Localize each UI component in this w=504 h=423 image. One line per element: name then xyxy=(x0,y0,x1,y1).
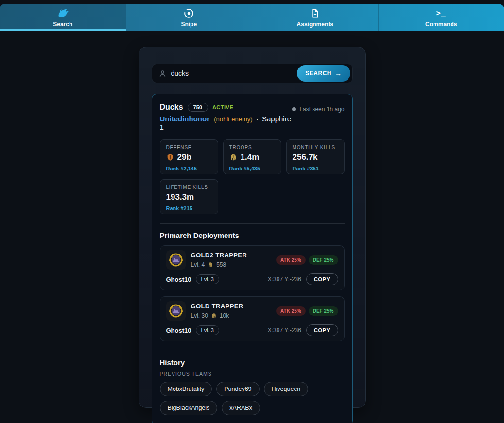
status-dot-icon xyxy=(292,107,296,111)
primarch-troops: 10k xyxy=(220,312,229,319)
primarch-level: Lvl. 4 xyxy=(191,261,205,268)
coordinates: X:397 Y:-236 xyxy=(268,327,301,334)
copy-button[interactable]: COPY xyxy=(306,324,338,336)
stat-card-defense: DEFENSE 29b Rank #2,145 xyxy=(160,139,218,174)
copy-button[interactable]: COPY xyxy=(306,273,338,285)
stat-rank: Rank #215 xyxy=(166,205,212,211)
deployment-card: GOLD2 TRAPPER Lvl. 4 558 ATK 25% DEF 25%… xyxy=(160,245,345,290)
helmet-icon xyxy=(211,313,217,319)
primarch-name: GOLD2 TRAPPER xyxy=(191,252,247,259)
player-name: Unitedinhonor xyxy=(160,115,209,123)
primarch-emblem-icon xyxy=(166,301,186,321)
player-result-card: Ducks 750 ACTIVE Unitedinhonor (nohit en… xyxy=(152,94,353,423)
team-name: Ducks xyxy=(160,103,183,112)
deployments-title: Primarch Deployments xyxy=(160,231,345,239)
tab-search[interactable]: Search xyxy=(0,4,126,31)
stat-card-monthly-kills: MONTHLY KILLS 256.7k Rank #351 xyxy=(286,139,345,174)
stat-rank: Rank #5,435 xyxy=(229,166,275,171)
atk-badge: ATK 25% xyxy=(276,306,306,316)
stat-value: 193.3m xyxy=(166,192,194,202)
previous-teams-label: PREVIOUS TEAMS xyxy=(160,371,345,377)
stat-card-troops: TROOPS 1.4m Rank #5,435 xyxy=(223,139,281,174)
stats-grid: DEFENSE 29b Rank #2,145 TROOPS 1.4m xyxy=(160,139,345,214)
search-button[interactable]: SEARCH → xyxy=(297,65,350,82)
stat-label: TROOPS xyxy=(229,145,275,150)
tab-assignments-label: Assignments xyxy=(297,21,333,28)
person-icon xyxy=(158,69,167,78)
owner-name: Ghost10 xyxy=(166,327,191,334)
stat-value: 29b xyxy=(177,152,191,162)
section-divider xyxy=(160,223,345,224)
search-bar: SEARCH → xyxy=(152,64,353,83)
stat-rank: Rank #351 xyxy=(293,166,338,171)
primarch-emblem-icon xyxy=(166,250,186,270)
owner-name: Ghost10 xyxy=(166,276,191,283)
owner-level-badge: Lvl. 3 xyxy=(196,274,219,284)
tab-search-label: Search xyxy=(53,21,72,28)
last-seen: Last seen 1h ago xyxy=(292,103,344,113)
previous-teams-list: MobxBrutality Pundey69 Hivequeen BigBlac… xyxy=(160,382,345,415)
status-badge: ACTIVE xyxy=(212,104,233,110)
team-chip[interactable]: BigBlackAngels xyxy=(160,401,218,415)
tab-commands[interactable]: >_ Commands xyxy=(379,4,504,31)
history-title: History xyxy=(160,358,345,367)
search-input[interactable] xyxy=(171,69,297,77)
primarch-name: GOLD TRAPPER xyxy=(191,303,243,310)
owner-level-badge: Lvl. 3 xyxy=(196,325,219,335)
terminal-icon: >_ xyxy=(436,7,446,19)
team-chip[interactable]: xARABx xyxy=(222,401,260,415)
tab-assignments[interactable]: Assignments xyxy=(252,4,379,31)
def-badge: DEF 25% xyxy=(309,306,338,316)
power-badge: 750 xyxy=(188,103,208,112)
target-icon xyxy=(183,7,195,19)
search-panel: SEARCH → Ducks 750 ACTIVE Unitedinhonor … xyxy=(139,47,366,408)
last-seen-label: Last seen 1h ago xyxy=(299,106,344,113)
league-separator: · xyxy=(256,115,259,123)
stat-value: 256.7k xyxy=(293,152,318,162)
def-badge: DEF 25% xyxy=(309,255,338,265)
dragon-icon xyxy=(56,7,69,19)
tab-snipe[interactable]: Snipe xyxy=(126,4,253,31)
helmet-icon xyxy=(208,262,213,268)
stat-label: LIFETIME KILLS xyxy=(166,185,212,190)
shield-icon xyxy=(166,153,174,161)
section-divider xyxy=(160,351,345,351)
team-chip[interactable]: Pundey69 xyxy=(216,382,259,396)
stat-value: 1.4m xyxy=(241,152,260,162)
result-header: Ducks 750 ACTIVE Unitedinhonor (nohit en… xyxy=(160,103,345,131)
tab-commands-label: Commands xyxy=(425,21,457,28)
stat-label: MONTHLY KILLS xyxy=(293,145,338,150)
arrow-right-icon: → xyxy=(335,69,342,77)
helmet-icon xyxy=(229,153,237,161)
search-button-label: SEARCH xyxy=(305,70,331,77)
document-icon xyxy=(310,7,321,19)
stat-label: DEFENSE xyxy=(166,145,212,150)
primarch-troops: 558 xyxy=(216,261,226,268)
coordinates: X:397 Y:-236 xyxy=(268,276,301,283)
team-chip[interactable]: Hivequeen xyxy=(264,382,309,396)
team-chip[interactable]: MobxBrutality xyxy=(160,382,212,396)
stat-card-lifetime-kills: LIFETIME KILLS 193.3m Rank #215 xyxy=(160,179,218,214)
tab-snipe-label: Snipe xyxy=(181,21,197,28)
stat-rank: Rank #2,145 xyxy=(166,166,212,171)
player-enemy-tag: (nohit enemy) xyxy=(214,116,252,123)
top-nav: Search Snipe Assignments >_ Commands xyxy=(0,4,504,31)
deployment-card: GOLD TRAPPER Lvl. 30 10k ATK 25% DEF 25%… xyxy=(160,296,345,341)
primarch-level: Lvl. 30 xyxy=(191,312,208,319)
atk-badge: ATK 25% xyxy=(276,255,306,265)
